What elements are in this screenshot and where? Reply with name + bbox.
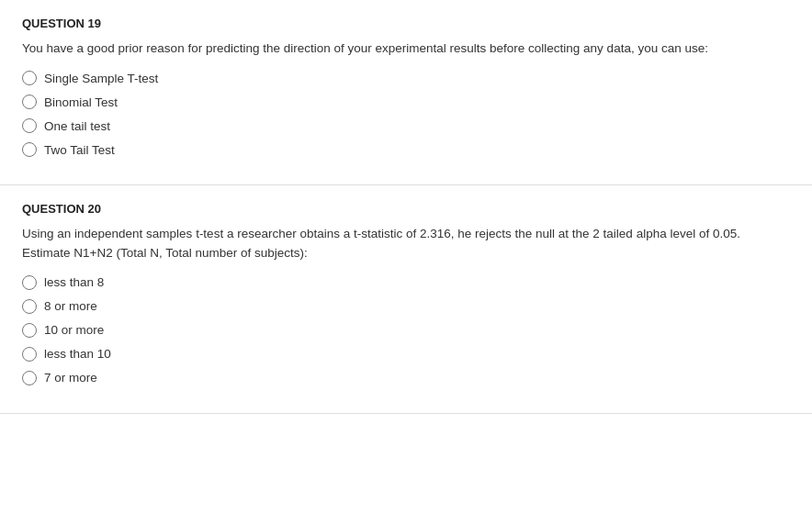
question-19-text: You have a good prior reason for predict… bbox=[22, 39, 790, 58]
q19-radio-1[interactable] bbox=[22, 71, 37, 85]
q20-option-5-label: 7 or more bbox=[44, 371, 97, 385]
q20-option-3[interactable]: 10 or more bbox=[22, 323, 790, 338]
q19-option-1-label: Single Sample T-test bbox=[44, 72, 158, 85]
q20-radio-2[interactable] bbox=[22, 299, 37, 314]
q19-radio-3[interactable] bbox=[22, 118, 37, 133]
q20-option-5[interactable]: 7 or more bbox=[22, 371, 790, 385]
q19-radio-4[interactable] bbox=[22, 142, 37, 157]
q20-option-2[interactable]: 8 or more bbox=[22, 299, 790, 314]
q19-option-2[interactable]: Binomial Test bbox=[22, 95, 790, 109]
q19-option-3[interactable]: One tail test bbox=[22, 118, 790, 133]
page-container: QUESTION 19 You have a good prior reason… bbox=[0, 0, 812, 513]
q20-option-1[interactable]: less than 8 bbox=[22, 275, 790, 290]
q19-option-4[interactable]: Two Tail Test bbox=[22, 142, 790, 157]
question-19-label: QUESTION 19 bbox=[22, 17, 790, 30]
q20-radio-5[interactable] bbox=[22, 371, 37, 385]
question-19-block: QUESTION 19 You have a good prior reason… bbox=[0, 0, 812, 185]
q19-option-1[interactable]: Single Sample T-test bbox=[22, 71, 790, 85]
q20-option-1-label: less than 8 bbox=[44, 275, 104, 289]
q20-radio-3[interactable] bbox=[22, 323, 37, 338]
question-20-block: QUESTION 20 Using an independent samples… bbox=[0, 185, 812, 414]
question-20-text: Using an independent samples t-test a re… bbox=[22, 225, 790, 262]
q19-radio-2[interactable] bbox=[22, 95, 37, 109]
q20-radio-4[interactable] bbox=[22, 347, 37, 362]
q20-radio-1[interactable] bbox=[22, 275, 37, 290]
q20-option-2-label: 8 or more bbox=[44, 299, 97, 313]
q19-option-2-label: Binomial Test bbox=[44, 95, 118, 109]
q20-option-4-label: less than 10 bbox=[44, 347, 111, 361]
q20-option-4[interactable]: less than 10 bbox=[22, 347, 790, 362]
q20-option-3-label: 10 or more bbox=[44, 323, 104, 337]
q19-option-3-label: One tail test bbox=[44, 119, 110, 133]
q19-option-4-label: Two Tail Test bbox=[44, 143, 115, 157]
question-20-label: QUESTION 20 bbox=[22, 202, 790, 216]
